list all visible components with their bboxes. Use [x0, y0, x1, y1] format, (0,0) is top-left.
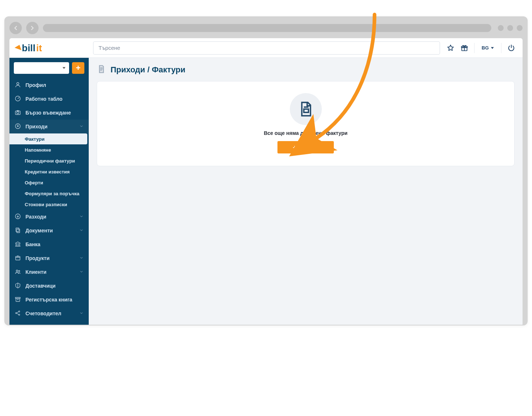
global-search[interactable]: [93, 41, 440, 55]
empty-state-text: Все още няма добавени фактури: [264, 130, 347, 136]
empty-state-illustration: [290, 93, 322, 125]
plus-icon: +: [76, 63, 81, 73]
star-icon: [447, 44, 455, 52]
sidebar-item-label: Бързо въвеждане: [25, 110, 71, 116]
document-icon: [298, 101, 314, 117]
page-title: Приходи / Фактури: [111, 65, 185, 75]
sidebar-item-people[interactable]: Клиенти: [9, 265, 89, 279]
sidebar-item-label: Банка: [25, 241, 40, 247]
quick-add-button[interactable]: +: [72, 62, 84, 74]
chevron-down-icon: [79, 124, 84, 128]
sidebar-item-download[interactable]: Приходи: [9, 120, 89, 133]
sidebar-subitem[interactable]: Стокови разписки: [9, 199, 89, 210]
people-icon: [15, 268, 21, 276]
upload-icon: [15, 213, 21, 221]
chevron-down-icon: [491, 47, 494, 49]
gauge-icon: [15, 95, 21, 103]
copy-icon: [15, 227, 21, 235]
sidebar-item-upload[interactable]: Разходи: [9, 210, 89, 224]
browser-forward-button[interactable]: [26, 22, 39, 34]
svg-point-12: [19, 270, 20, 272]
sidebar-subitem[interactable]: Периодични фактури: [9, 155, 89, 166]
sidebar-subitem-label: Напомняне: [25, 147, 51, 153]
chevron-down-icon: [79, 311, 84, 315]
sidebar-item-label: Счетоводител: [25, 311, 61, 316]
sidebar-item-user[interactable]: Профил: [9, 78, 89, 92]
sidebar-subitem[interactable]: Кредитни известия: [9, 166, 89, 177]
browser-address-bar[interactable]: [43, 24, 491, 32]
search-input[interactable]: [98, 44, 435, 51]
download-icon: [15, 123, 21, 131]
sidebar-subitem-label: Фактури: [25, 136, 45, 142]
sidebar-subitem[interactable]: Напомняне: [9, 144, 89, 155]
sidebar-item-box[interactable]: Продукти: [9, 251, 89, 265]
svg-rect-10: [16, 256, 20, 260]
chevron-down-icon: [79, 269, 84, 274]
invoice-file-icon: [97, 64, 106, 75]
window-dot-icon: [517, 25, 523, 31]
camera-icon: [15, 109, 21, 117]
sidebar-item-truck[interactable]: Доставчици: [9, 279, 89, 293]
svg-point-11: [16, 270, 18, 272]
svg-rect-20: [100, 70, 102, 71]
sidebar-subitem-label: Формуляри за поръчка: [25, 191, 79, 196]
truck-icon: [15, 282, 21, 290]
sidebar-item-label: Доставчици: [25, 283, 56, 289]
sidebar-item-label: Клиенти: [25, 269, 47, 275]
add-button-label: Добави: [299, 144, 318, 150]
user-icon: [15, 81, 21, 89]
browser-back-button[interactable]: [9, 22, 22, 34]
add-invoice-button[interactable]: + Добави: [277, 141, 333, 153]
svg-rect-9: [16, 228, 19, 232]
sidebar-item-gauge[interactable]: Работно табло: [9, 92, 89, 106]
svg-rect-18: [100, 68, 103, 68]
referral-button[interactable]: [458, 42, 471, 54]
svg-rect-21: [304, 109, 308, 112]
svg-point-5: [17, 111, 19, 113]
sidebar-subitem[interactable]: Формуляри за поръчка: [9, 188, 89, 199]
sidebar-subitem[interactable]: Оферти: [9, 177, 89, 188]
company-selector[interactable]: [14, 62, 69, 74]
window-dot-icon: [498, 25, 504, 31]
sidebar-item-label: Документи: [25, 228, 53, 233]
svg-rect-19: [100, 69, 103, 69]
chevron-down-icon: [79, 228, 84, 232]
sidebar: + ПрофилРаботно таблоБързо въвежданеПрих…: [9, 58, 89, 325]
language-switcher[interactable]: BG: [478, 45, 498, 51]
bank-icon: [15, 241, 21, 248]
archive-icon: [15, 296, 21, 304]
share-icon: [15, 310, 21, 317]
sidebar-item-label: Приходи: [25, 124, 48, 129]
favorites-button[interactable]: [444, 42, 457, 54]
content-card: Все още няма добавени фактури + Добави: [97, 81, 515, 166]
plus-icon: +: [293, 144, 296, 151]
sidebar-subitem-label: Кредитни известия: [25, 169, 70, 175]
sidebar-item-archive[interactable]: Регистърска книга: [9, 293, 89, 307]
sidebar-subitem[interactable]: Фактури: [9, 133, 87, 144]
sidebar-item-label: Регистърска книга: [25, 297, 72, 303]
chevron-down-icon: [79, 214, 84, 219]
window-dot-icon: [507, 25, 513, 31]
box-icon: [15, 255, 21, 262]
sidebar-item-copy[interactable]: Документи: [9, 224, 89, 237]
sidebar-subitem-label: Оферти: [25, 180, 43, 185]
sidebar-subitem-label: Периодични фактури: [25, 158, 75, 164]
browser-window-controls: [496, 25, 523, 31]
sidebar-item-label: Работно табло: [25, 96, 63, 102]
sidebar-item-share[interactable]: Счетоводител: [9, 307, 89, 320]
gift-icon: [460, 44, 468, 52]
app-logo[interactable]: billit: [9, 38, 89, 58]
language-label: BG: [482, 45, 489, 51]
power-icon: [507, 44, 515, 52]
sidebar-item-bank[interactable]: Банка: [9, 237, 89, 251]
browser-chrome: [9, 20, 523, 36]
svg-point-2: [17, 83, 19, 85]
sidebar-subitem-label: Стокови разписки: [25, 202, 67, 207]
sidebar-item-label: Разходи: [25, 214, 46, 220]
chevron-down-icon: [79, 256, 84, 260]
sidebar-item-camera[interactable]: Бързо въвеждане: [9, 106, 89, 120]
power-logout-button[interactable]: [505, 42, 517, 54]
svg-rect-8: [17, 229, 20, 233]
sidebar-item-label: Профил: [25, 82, 46, 88]
svg-rect-14: [16, 298, 20, 301]
